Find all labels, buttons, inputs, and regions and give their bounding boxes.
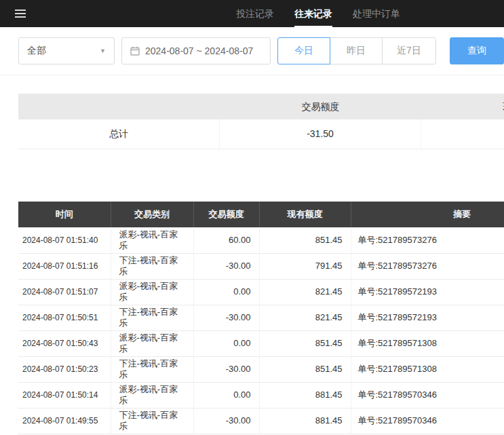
cell-memo: 单号:521789571308 (351, 330, 504, 356)
summary-header-amount: 交易额度 (220, 94, 421, 119)
top-nav-bar: 投注记录 往来记录 处理中订单 (0, 0, 504, 27)
record-row: 2024-08-07 01:50:51 下注-视讯-百家乐 -30.00 821… (18, 305, 504, 330)
cell-amount: -30.00 (193, 408, 259, 434)
last7days-button[interactable]: 近7日 (382, 37, 436, 64)
calendar-icon (130, 46, 140, 56)
cell-balance: 851.45 (259, 330, 351, 356)
summary-total-row: 总计 -31.50 (18, 119, 504, 149)
cell-category: 派彩-视讯-百家乐 (111, 382, 193, 408)
record-tabs: 投注记录 往来记录 处理中订单 (236, 0, 400, 27)
cell-balance: 881.45 (259, 408, 351, 434)
cell-balance: 821.45 (259, 279, 351, 305)
summary-header-blank (18, 94, 220, 119)
records-header-row: 时间 交易类别 交易额度 现有额度 摘要 (18, 202, 504, 227)
cell-balance: 791.45 (259, 253, 351, 279)
cell-time: 2024-08-07 01:51:16 (18, 253, 111, 279)
header-category: 交易类别 (111, 202, 193, 227)
hamburger-bar (15, 10, 26, 11)
cell-amount: 0.00 (193, 330, 259, 356)
cell-memo: 单号:521789572193 (351, 279, 504, 305)
cell-time: 2024-08-07 01:51:40 (18, 227, 111, 253)
records-body: 2024-08-07 01:51:40 派彩-视讯-百家乐 60.00 851.… (18, 227, 504, 434)
cell-amount: 0.00 (193, 279, 259, 305)
cell-amount: -30.00 (193, 356, 259, 382)
header-memo: 摘要 (351, 202, 504, 227)
cell-balance: 851.45 (259, 227, 351, 253)
record-row: 2024-08-07 01:51:16 下注-视讯-百家乐 -30.00 791… (18, 253, 504, 279)
header-time: 时间 (18, 202, 111, 227)
category-select-value: 全部 (27, 45, 46, 57)
cell-amount: -30.00 (193, 253, 259, 279)
yesterday-button[interactable]: 昨日 (330, 37, 383, 64)
cell-time: 2024-08-07 01:50:23 (18, 356, 111, 382)
tab-pending-orders[interactable]: 处理中订单 (353, 0, 400, 27)
summary-total-amount: -31.50 (220, 119, 421, 149)
cell-time: 2024-08-07 01:50:14 (18, 382, 111, 408)
record-row: 2024-08-07 01:50:14 派彩-视讯-百家乐 0.00 881.4… (18, 382, 504, 408)
chevron-down-icon: ▼ (100, 48, 106, 54)
cell-memo: 单号:521789570346 (351, 382, 504, 408)
cell-memo: 单号:521789573276 (351, 227, 504, 253)
cell-memo: 单号:521789571308 (351, 356, 504, 382)
cell-memo: 单号:521789570346 (351, 408, 504, 434)
record-row: 2024-08-07 01:50:23 下注-视讯-百家乐 -30.00 851… (18, 356, 504, 382)
cell-balance: 851.45 (259, 356, 351, 382)
cell-category: 下注-视讯-百家乐 (111, 408, 193, 434)
category-select[interactable]: 全部 ▼ (18, 37, 115, 64)
cell-category: 派彩-视讯-百家乐 (111, 330, 193, 356)
cell-category: 下注-视讯-百家乐 (111, 253, 193, 279)
hamburger-bar (15, 16, 26, 18)
cell-category: 下注-视讯-百家乐 (111, 356, 193, 382)
cell-time: 2024-08-07 01:50:43 (18, 330, 111, 356)
tab-transaction-records[interactable]: 往来记录 (294, 0, 332, 27)
quick-range-group: 今日 昨日 近7日 (277, 37, 436, 64)
cell-time: 2024-08-07 01:50:51 (18, 305, 111, 330)
summary-total-balance (421, 119, 504, 149)
cell-amount: 0.00 (193, 382, 259, 408)
record-row: 2024-08-07 01:49:55 下注-视讯-百家乐 -30.00 881… (18, 408, 504, 434)
cell-amount: -30.00 (193, 305, 259, 330)
cell-balance: 881.45 (259, 382, 351, 408)
header-balance: 现有额度 (259, 202, 351, 227)
cell-category: 派彩-视讯-百家乐 (111, 279, 193, 305)
hamburger-bar (15, 13, 26, 14)
summary-total-label: 总计 (18, 119, 220, 149)
today-button[interactable]: 今日 (277, 37, 330, 64)
summary-header-balance: 现有额度 (421, 94, 504, 119)
filter-bar: 全部 ▼ 2024-08-07 ~ 2024-08-07 今日 昨日 近7日 查… (0, 27, 504, 75)
summary-table: 交易额度 现有额度 总计 -31.50 (18, 94, 504, 149)
record-row: 2024-08-07 01:50:43 派彩-视讯-百家乐 0.00 851.4… (18, 330, 504, 356)
header-amount: 交易额度 (193, 202, 259, 227)
cell-time: 2024-08-07 01:49:55 (18, 408, 111, 434)
record-row: 2024-08-07 01:51:40 派彩-视讯-百家乐 60.00 851.… (18, 227, 504, 253)
tab-bet-records[interactable]: 投注记录 (236, 0, 274, 27)
cell-category: 派彩-视讯-百家乐 (111, 227, 193, 253)
cell-time: 2024-08-07 01:51:07 (18, 279, 111, 305)
query-button[interactable]: 查询 (450, 37, 504, 64)
date-range-input[interactable]: 2024-08-07 ~ 2024-08-07 (121, 37, 271, 64)
record-row: 2024-08-07 01:51:07 派彩-视讯-百家乐 0.00 821.4… (18, 279, 504, 305)
date-range-value: 2024-08-07 ~ 2024-08-07 (145, 45, 253, 56)
hamburger-menu-icon[interactable] (15, 0, 30, 27)
cell-category: 下注-视讯-百家乐 (111, 305, 193, 330)
cell-memo: 单号:521789573276 (351, 253, 504, 279)
cell-memo: 单号:521789572193 (351, 305, 504, 330)
cell-balance: 821.45 (259, 305, 351, 330)
summary-header-row: 交易额度 现有额度 (18, 94, 504, 119)
cell-amount: 60.00 (193, 227, 259, 253)
records-table: 时间 交易类别 交易额度 现有额度 摘要 2024-08-07 01:51:40… (18, 202, 504, 434)
records-header: 时间 交易类别 交易额度 现有额度 摘要 (18, 202, 504, 227)
